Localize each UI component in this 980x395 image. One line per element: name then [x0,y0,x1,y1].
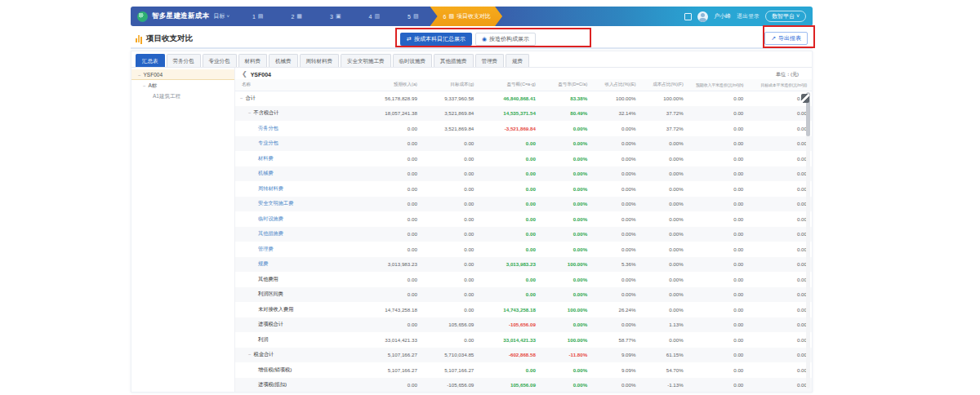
cell-target-cost: 0.00 [422,332,479,348]
cell-profit-rate: 0.00% [541,227,592,242]
table-row[interactable]: 其他措施费0.000.000.000.00%0.00%0.00%0.000.00 [235,227,812,242]
cell-cost-ratio: 0.00% [641,227,688,242]
row-name-label: 增值税(销项税) [258,366,292,372]
table-row[interactable]: 未对接收入费用14,743,258.180.0014,743,258.18100… [235,302,812,317]
row-name-link[interactable]: 周转材料费 [258,185,283,191]
tab-其他措施费[interactable]: 其他措施费 [434,54,474,67]
cell-target-cost: 0.00 [422,151,479,166]
tree-collapse-icon[interactable]: − [138,73,141,78]
row-name-link[interactable]: 安全文明施工费 [258,200,293,206]
table-row[interactable]: 利润区间类0.000.000.000.00%0.00%0.00%0.000.00 [235,287,812,303]
step-active-tab[interactable]: 6 ▧ 项目收支对比 [430,7,503,26]
table-row[interactable]: −税金合计5,107,166.275,710,034.85-602,868.58… [235,348,812,363]
cell-income-per-sqm: 0.00 [688,302,749,317]
app-subtitle-dropdown[interactable]: 目标 [213,12,225,20]
row-collapse-icon[interactable]: − [248,110,252,115]
tab-规费[interactable]: 规费 [506,54,529,67]
app-window: 智多星建造新成本 目标 ˅ 1▤2▦3▣4▥5▨ 6 ▧ 项目收支对比 户小峰 … [131,7,813,393]
row-name-link[interactable]: 专业分包 [258,140,278,145]
row-name-link[interactable]: 其他措施费 [258,230,283,236]
row-name-cell: 增值税(销项税) [235,362,360,378]
table-row[interactable]: 利润33,014,421.330.0033,014,421.33100.00%5… [235,332,812,348]
step-item[interactable]: 4▥ [369,13,381,20]
table-row[interactable]: 其他费用0.000.000.000.00%0.00%0.00%0.000.00 [235,272,812,287]
row-name-link[interactable]: 劳务分包 [258,125,278,131]
tab-劳务分包[interactable]: 劳务分包 [167,54,201,67]
view-by-price-structure-button[interactable]: ◉ 按造价构成展示 [475,33,536,46]
cell-profit-amount: 0.00 [479,166,541,182]
table-row[interactable]: 劳务分包0.003,521,869.84-3,521,869.840.00%0.… [235,121,812,136]
cell-profit-rate: 100.00% [541,257,592,273]
row-name-link[interactable]: 材料费 [258,155,274,161]
row-name-link[interactable]: 临时设施费 [258,215,283,221]
tab-材料费[interactable]: 材料费 [238,54,268,67]
table-row[interactable]: 机械费0.000.000.000.00%0.00%0.00%0.000.00 [235,166,812,182]
cell-income-per-sqm: 0.00 [688,257,749,273]
platform-menu-button[interactable]: 数智平台 ˅ [765,11,806,22]
cell-income-ratio: 9.09% [592,362,640,378]
cell-income-ratio: 0.00% [592,287,640,303]
row-name-link[interactable]: 规费 [258,260,268,266]
tree-item[interactable]: A1建筑工程 [131,91,234,101]
step-item[interactable]: 3▣ [330,13,341,20]
cell-cost-ratio: 0.00% [641,166,688,182]
table-row[interactable]: 规费3,013,983.230.003,013,983.23100.00%5.3… [235,257,812,273]
tab-周转材料费[interactable]: 周转材料费 [300,54,340,67]
table-row[interactable]: 周转材料费0.000.000.000.00%0.00%0.00%0.000.00 [235,181,812,197]
user-name[interactable]: 户小峰 [714,12,731,20]
tab-专业分包[interactable]: 专业分包 [203,54,237,67]
table-row[interactable]: 管理费0.000.000.000.00%0.00%0.00%0.000.00 [235,242,812,257]
cell-cost-ratio: 0.00% [641,257,688,273]
topbar-right-group: 户小峰 退出登录 数智平台 ˅ [684,11,806,22]
fullscreen-icon[interactable] [684,13,692,20]
cell-profit-rate: 0.00% [541,272,592,287]
cell-income-ratio: 0.00% [592,151,640,166]
cell-cost-ratio: 0.00% [641,302,688,317]
export-icon: ↗ [771,35,776,42]
avatar[interactable] [697,11,708,22]
tab-临时设施费[interactable]: 临时设施费 [393,54,433,67]
column-header: 名称 [235,79,360,91]
row-name-link[interactable]: 管理费 [258,246,274,251]
tree-item[interactable]: −A标 [131,80,234,91]
table-row[interactable]: −不含税合计18,057,241.383,521,869.8414,535,37… [235,106,812,122]
row-collapse-icon[interactable]: − [248,352,252,357]
table-row[interactable]: −合计56,178,828.999,337,960.5846,840,868.4… [235,91,812,106]
tree-collapse-icon[interactable]: − [143,83,146,88]
cell-target-cost: 0.00 [422,242,479,257]
tab-机械费[interactable]: 机械费 [269,54,298,67]
row-name-cell: 劳务分包 [235,121,360,136]
view-by-cost-subject-button[interactable]: ⇄ 按成本科目汇总展示 [400,33,472,46]
export-report-button[interactable]: ↗ 导出报表 [764,32,808,45]
tab-汇总表[interactable]: 汇总表 [136,54,165,67]
unit-label: 单位：(元) [776,71,805,78]
cell-expected-income: 0.00 [360,197,422,212]
step-item[interactable]: 5▨ [408,13,419,20]
tab-管理费[interactable]: 管理费 [475,54,505,67]
table-row[interactable]: 临时设施费0.000.000.000.00%0.00%0.00%0.000.00 [235,211,812,227]
logout-link[interactable]: 退出登录 [737,12,760,20]
table-scrollbar[interactable] [806,92,810,388]
table-row[interactable]: 进项税(抵扣)0.00-105,656.09105,656.090.00%0.0… [235,378,812,393]
tree-item-root[interactable]: −YSF004 [131,69,234,80]
step-item[interactable]: 1▤ [252,13,264,20]
table-row[interactable]: 增值税(销项税)5,107,166.275,107,166.270.000.00… [235,362,812,378]
breadcrumb: YSF004 [251,72,271,78]
step-item[interactable]: 2▦ [291,13,302,20]
row-name-link[interactable]: 机械费 [258,170,274,175]
cell-expected-income: 18,057,241.38 [360,106,422,122]
cell-profit-amount: 33,014,421.33 [479,332,541,348]
cell-cost-per-sqm: 0.00 [748,121,812,136]
project-tree-panel: −YSF004 −A标A1建筑工程 [131,68,235,392]
table-row[interactable]: 专业分包0.000.000.000.00%0.00%0.00%0.000.00 [235,136,812,152]
tab-安全文明施工费[interactable]: 安全文明施工费 [341,54,391,67]
table-row[interactable]: 材料费0.000.000.000.00%0.00%0.00%0.000.00 [235,151,812,166]
cell-cost-ratio: 1.13% [641,317,688,333]
table-row[interactable]: 进项税合计0.00105,656.09-105,656.090.00%0.00%… [235,317,812,333]
row-collapse-icon[interactable]: − [240,95,243,100]
table-row[interactable]: 安全文明施工费0.000.000.000.00%0.00%0.00%0.000.… [235,197,812,212]
app-logo-icon[interactable] [137,11,148,22]
back-chevron-icon[interactable]: ❮ [242,70,247,78]
row-name-label: 进项税合计 [258,321,283,326]
resize-handle[interactable] [801,94,809,103]
